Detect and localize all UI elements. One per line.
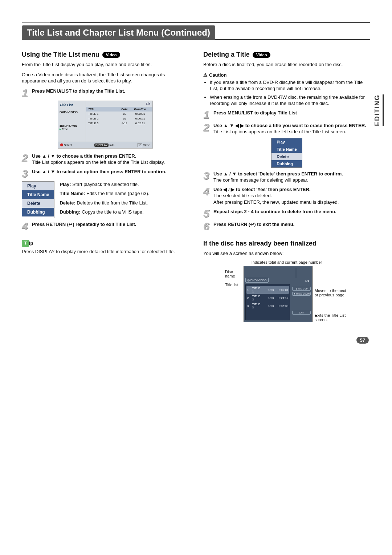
right-step-1: 1 Press MENU/LIST to display Title List [203,110,370,119]
step-number-1: 1 [203,110,211,119]
step4-text: Press RETURN (↩) repeatedly to exit Titl… [32,222,136,227]
finalized-intro: You will see a screen as shown below: [203,250,370,257]
left-step-1: 1 Press MENU/LIST to display the Title L… [22,88,189,98]
fin-cell: 1/03 [264,296,274,300]
fin-cell: TITLE 3 [252,303,262,309]
fin-cell: 1 [247,288,251,292]
step2-body: Title List options appears on the left s… [32,159,165,165]
step-number-3: 3 [22,169,30,178]
ss-free: Free [62,127,68,131]
step-number-4: 4 [203,186,211,196]
ss-cell: TITLE 3 [86,122,117,125]
step-number-1: 1 [22,88,30,98]
menu-item-title-name: Title Name [22,190,54,199]
delete-intro: Before a disc is finalized, you can eras… [203,61,370,68]
ss-remain: 1hour 57min [60,124,77,127]
menu-item-dubbing: Dubbing [271,160,302,167]
finalized-heading: If the disc has already been finalized [203,240,370,247]
tip-row: Tip Press DISPLAY to display more detail… [22,240,189,255]
desc-play: Start playback the selected title. [72,182,139,187]
using-title-list-heading: Using the Title List menu Video [22,51,189,58]
menu-item-delete: Delete [271,153,302,160]
fin-cell: 3 [247,304,251,308]
step-number-5: 5 [203,208,211,218]
intro-2: Once a Video mode disc is finalized, the… [22,72,189,84]
tip-body: Press DISPLAY to display more detailed t… [22,248,189,255]
r-step4-body1: The selected title is deleted. [213,193,272,198]
heading-text: Using the Title List menu [22,51,99,58]
fin-note-page: Moves to the next or previous page [315,266,347,297]
left-step-2: 2 Use ▲ / ▼ to choose a title then press… [22,153,189,166]
deleting-title-heading: Deleting a Title Video [203,51,370,58]
tip-icon: T [22,240,29,247]
menu-item-play: Play [22,182,54,190]
title-list-screenshot: Title List DVD-VIDEO 1hour 57min ▸ Free … [58,101,153,149]
step-number-2: 2 [203,122,211,132]
options-descriptions: Play: Start playback the selected title.… [60,181,149,218]
ss-row: TITLE 3 4/12 0:52:31 [86,121,152,126]
menu-item-dubbing: Dubbing [22,208,54,216]
fin-page-up: ▲ PAGE UP [292,287,311,291]
left-step-3: 3 Use ▲ / ▼ to select an option then pre… [22,169,189,178]
fin-cell: 1/03 [264,288,274,292]
page-footer: 57 [22,337,370,344]
fin-cell: 0:02:01 [275,288,288,292]
desc-title-name: Edits the title name (page 63). [86,191,149,196]
step3-bold: Use ▲ / ▼ to select an option then press… [32,169,166,174]
r-step4-body2: After pressing ENTER, the new, updated m… [213,199,339,205]
ss-cell: 1/3 [117,112,132,116]
ss-foot-info: DISPLAYInfo. [94,143,115,147]
fin-disc-name-value [245,271,246,275]
step2-bold: Use ▲ / ▼ to choose a title then press E… [32,153,136,159]
desc-delete: Deletes the title from the Title List. [77,200,148,206]
header-bar [22,22,370,23]
caution-label: Caution [203,72,370,78]
desc-dubbing: Copys the title to a VHS tape. [82,209,144,215]
fin-row: 3 TITLE 3 1/03 0:36:38 [246,302,289,310]
r-step1: Press MENU/LIST to display Title List [213,110,297,116]
ss-foot-select: Select [60,143,72,147]
fin-page-down: ▼ PAGE DOWN [292,292,311,296]
options-menu: Play Title Name Delete Dubbing [22,181,54,218]
fin-label-disc-name: Disc name [225,270,241,278]
right-step-4: 4 Use ◀ / ▶ to select 'Yes' then press E… [203,186,370,206]
fin-label-title-list: Title list [225,283,241,287]
ss-cell: 0:52:31 [132,122,148,125]
fin-cell: 0:36:38 [275,304,288,308]
page-title: Title List and Chapter List Menu (Contin… [22,25,215,40]
video-badge: Video [253,52,271,58]
ss-row: TITLE 2 1/3 0:06:21 [86,116,152,121]
fin-top-caption: Indicates total and current page number [225,260,348,264]
left-step-4: 4 Press RETURN (↩) repeatedly to exit Ti… [22,221,189,231]
fin-row: 1 TITLE 1 1/03 0:02:01 [246,286,289,294]
right-step-3: 3 Use ▲ / ▼ to select 'Delete' then pres… [203,171,370,183]
video-badge: Video [102,52,121,58]
ss-disc-type: DVD-VIDEO [60,110,84,114]
ss-foot-close: ↩Close [138,143,150,147]
r-step3-body: The confirm message for deleting will ap… [213,177,309,183]
ss-box-title: Title List [60,103,84,107]
left-column: Using the Title List menu Video From the… [22,47,189,326]
fin-note-exit: Exits the Title List screen. [315,313,348,322]
r-step6: Press RETURN (↩) to exit the menu. [213,222,294,227]
right-step-6: 6 Press RETURN (↩) to exit the menu. [203,221,370,231]
ss-cell: 4/12 [117,122,132,125]
ss-cell: 0:02:01 [132,112,148,116]
r-step2-bold: Use ▲ ▼ ◀ ▶ to choose a title you want t… [213,123,366,128]
fin-cell: 2 [247,296,251,300]
heading-text: Deleting a Title [203,51,250,58]
tip-label: ip [29,240,33,246]
step-number-4: 4 [22,221,30,231]
fin-dvd-badge: ◎ DVD-VIDEO [245,278,269,283]
ss-col-date: Date [117,108,132,111]
fin-cell: 0:24:12 [275,296,288,300]
page-number: 57 [356,337,369,344]
step1-text: Press MENU/LIST to display the Title Lis… [32,88,125,94]
ss-row: TITLE 1 1/3 0:02:01 [86,112,152,116]
caution-item: When erasing a title from a DVD-RW disc,… [210,94,370,107]
caution-list: If you erase a title from a DVD-R disc,t… [203,79,370,107]
step-number-3: 3 [203,171,211,181]
intro-1: From the Title List display you can play… [22,61,189,68]
fin-row: 2 TITLE 2 1/03 0:24:12 [246,294,289,302]
finalized-figure: Indicates total and current page number … [225,260,348,322]
